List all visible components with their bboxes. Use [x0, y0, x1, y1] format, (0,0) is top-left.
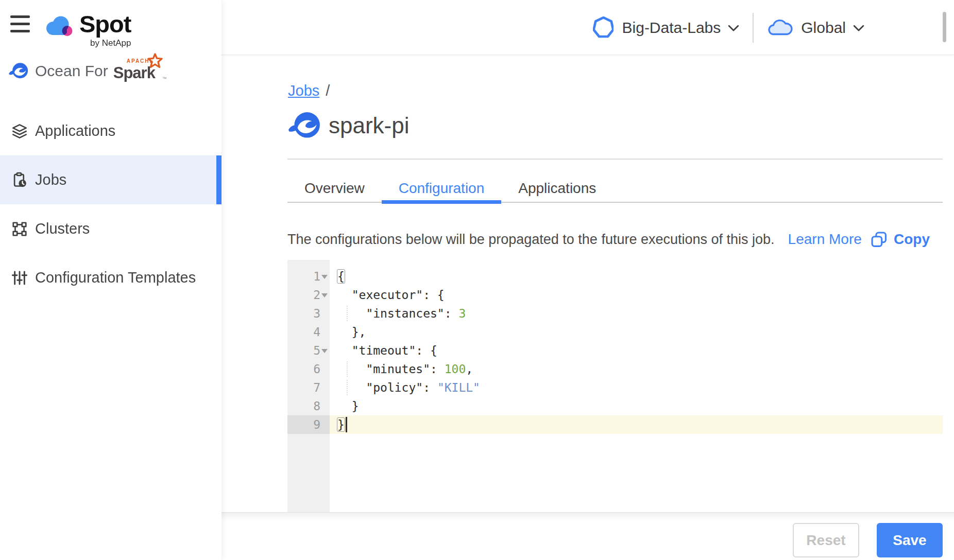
- sliders-icon: [11, 270, 28, 286]
- spot-cloud-icon: [43, 14, 75, 39]
- code-line-3: "instances": 3: [330, 304, 943, 323]
- code-token: "executor": {: [337, 288, 445, 302]
- tab-configuration[interactable]: Configuration: [382, 174, 502, 202]
- json-config-editor: 123456789 { "executor": { "instances": 3…: [287, 260, 943, 512]
- copy-button[interactable]: Copy: [871, 231, 930, 248]
- breadcrumb: Jobs /: [288, 82, 330, 99]
- chevron-down-icon: [728, 24, 739, 31]
- code-token: "instances":: [337, 307, 458, 320]
- scope-selector[interactable]: Global: [767, 19, 864, 37]
- sidebar-nav: Applications Jobs Clusters Configuration…: [0, 107, 222, 302]
- code-line-4: },: [330, 323, 943, 341]
- scope-selector-label: Global: [801, 19, 846, 37]
- sidebar-item-jobs[interactable]: Jobs: [0, 155, 222, 204]
- org-selector-label: Big-Data-Labs: [622, 19, 721, 37]
- line-number: 8: [297, 397, 320, 415]
- product-name: Ocean For: [35, 62, 108, 80]
- code-line-6: "minutes": 100,: [330, 360, 943, 378]
- line-number: 4: [297, 323, 320, 341]
- breadcrumb-separator: /: [326, 82, 330, 99]
- chevron-down-icon: [853, 24, 864, 31]
- code-token: "timeout": {: [337, 344, 437, 357]
- org-selector[interactable]: Big-Data-Labs: [593, 16, 740, 39]
- sidebar-item-label: Configuration Templates: [35, 269, 196, 286]
- code-number-token: 100: [445, 362, 466, 376]
- code-line-5: "timeout": {: [330, 341, 943, 360]
- configuration-description-row: The configurations below will be propaga…: [287, 228, 943, 251]
- matched-brace-token: {: [337, 270, 345, 283]
- gutter-line-9: 9: [287, 415, 330, 434]
- gutter-line-5: 5: [287, 341, 330, 360]
- code-token: }: [337, 399, 359, 413]
- indent-guide: [347, 306, 348, 321]
- layers-icon: [11, 123, 28, 139]
- code-line-8: }: [330, 397, 943, 415]
- sidebar-item-label: Jobs: [35, 171, 66, 188]
- spark-star-icon: [147, 53, 163, 68]
- matched-brace-token: }: [337, 418, 345, 431]
- line-number: 6: [297, 360, 320, 378]
- copy-icon: [871, 232, 887, 248]
- trademark: ™: [162, 76, 167, 81]
- configuration-description: The configurations below will be propaga…: [287, 232, 775, 248]
- spot-logo: Spot by NetApp: [43, 11, 131, 48]
- topbar: Big-Data-Labs Global: [222, 0, 954, 55]
- code-token: "minutes":: [337, 362, 445, 376]
- sidebar-item-applications[interactable]: Applications: [0, 107, 222, 155]
- tab-applications[interactable]: Applications: [501, 174, 613, 202]
- spot-logo-text: Spot: [79, 11, 131, 37]
- indent-guide: [347, 380, 348, 395]
- learn-more-link[interactable]: Learn More: [788, 231, 862, 248]
- indent-guide: [347, 361, 348, 377]
- hamburger-menu-icon[interactable]: [10, 15, 30, 32]
- tab-bar: OverviewConfigurationApplications: [287, 174, 943, 203]
- scrollbar-thumb[interactable]: [943, 12, 946, 42]
- line-number: 9: [297, 415, 320, 434]
- gutter-line-1: 1: [287, 267, 330, 286]
- fold-arrow-icon[interactable]: [321, 293, 328, 297]
- page-title: spark-pi: [329, 113, 410, 138]
- code-line-2: "executor": {: [330, 286, 943, 304]
- sidebar-item-label: Clusters: [35, 220, 90, 237]
- sidebar-item-clusters[interactable]: Clusters: [0, 204, 222, 253]
- save-button[interactable]: Save: [877, 523, 943, 557]
- sidebar-item-label: Applications: [35, 122, 115, 139]
- spot-logo-byline: by NetApp: [90, 38, 131, 48]
- code-number-token: 3: [458, 307, 466, 320]
- main-content: Jobs / spark-pi OverviewConfigurationApp…: [222, 55, 954, 560]
- line-number: 5: [297, 341, 320, 360]
- tab-overview[interactable]: Overview: [287, 174, 382, 202]
- gutter-line-3: 3: [287, 304, 330, 323]
- ocean-wave-icon: [287, 111, 321, 140]
- cloud-icon: [767, 19, 793, 37]
- ocean-wave-icon: [8, 62, 29, 80]
- fold-arrow-icon[interactable]: [321, 349, 328, 353]
- editor-gutter: 123456789: [287, 260, 330, 512]
- gutter-line-6: 6: [287, 360, 330, 378]
- gutter-line-8: 8: [287, 397, 330, 415]
- code-token: },: [337, 325, 366, 339]
- line-number: 2: [297, 286, 320, 304]
- line-number: 1: [297, 267, 320, 286]
- code-line-9: }: [330, 415, 943, 434]
- apache-spark-logo: APACHE Spark ™: [113, 58, 163, 84]
- copy-button-label: Copy: [894, 231, 930, 248]
- code-line-1: {: [330, 267, 943, 286]
- title-divider: [287, 159, 943, 160]
- topbar-divider: [753, 13, 754, 43]
- code-line-7: "policy": "KILL": [330, 378, 943, 397]
- breadcrumb-jobs-link[interactable]: Jobs: [288, 82, 319, 99]
- code-string-token: "KILL": [437, 381, 480, 394]
- sidebar: Spot by NetApp Ocean For APACHE Spark ™ …: [0, 0, 222, 560]
- fold-arrow-icon[interactable]: [321, 275, 328, 279]
- code-token: "policy":: [337, 381, 437, 394]
- product-ocean-for-spark[interactable]: Ocean For APACHE Spark ™: [8, 58, 163, 84]
- sidebar-item-configuration-templates[interactable]: Configuration Templates: [0, 253, 222, 302]
- job-title-row: spark-pi: [287, 111, 410, 140]
- reset-button[interactable]: Reset: [793, 523, 859, 557]
- editor-code-area[interactable]: { "executor": { "instances": 3 }, "timeo…: [330, 260, 943, 512]
- clipboard-clock-icon: [11, 172, 28, 188]
- heptagon-icon: [593, 16, 614, 39]
- line-number: 7: [297, 378, 320, 397]
- code-token: ,: [466, 362, 473, 376]
